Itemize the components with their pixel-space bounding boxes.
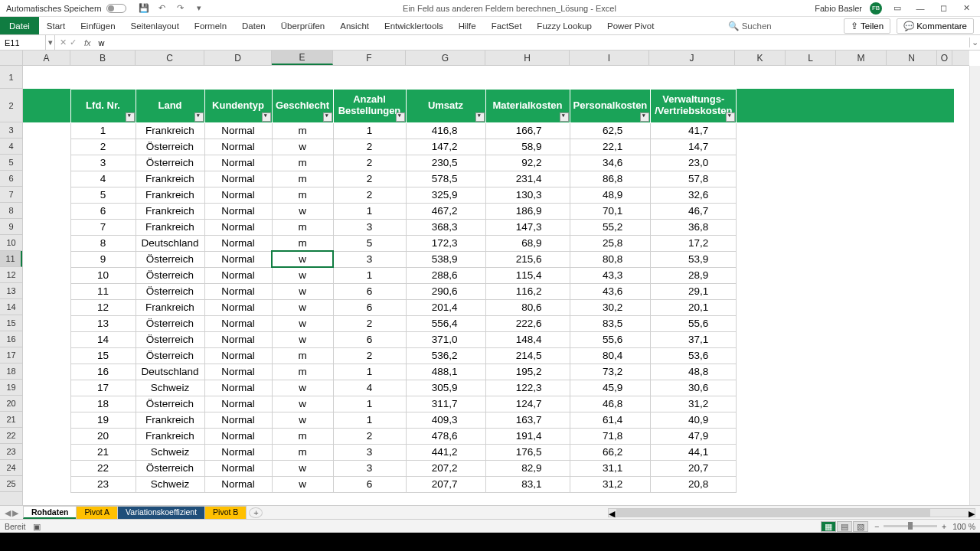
table-cell[interactable]: 305,9 bbox=[406, 380, 485, 396]
table-cell[interactable]: 17 bbox=[70, 380, 136, 396]
table-cell[interactable]: Normal bbox=[204, 412, 272, 428]
comments-button[interactable]: 💬Kommentare bbox=[897, 18, 974, 34]
table-cell[interactable]: w bbox=[272, 267, 333, 283]
table-cell[interactable]: 92,2 bbox=[485, 155, 570, 171]
row-header-16[interactable]: 16 bbox=[0, 331, 22, 347]
table-cell[interactable]: 5 bbox=[70, 187, 136, 203]
filter-dropdown-icon[interactable] bbox=[560, 112, 569, 122]
view-normal-icon[interactable]: ▦ bbox=[821, 521, 836, 532]
table-cell[interactable]: 47,9 bbox=[651, 428, 737, 444]
table-cell[interactable]: 46,8 bbox=[570, 396, 651, 412]
table-cell[interactable]: 28,9 bbox=[651, 267, 737, 283]
table-cell[interactable]: 1 bbox=[333, 267, 406, 283]
table-cell[interactable]: Österreich bbox=[136, 331, 204, 347]
table-cell[interactable]: 124,7 bbox=[485, 396, 570, 412]
table-cell[interactable]: 290,6 bbox=[406, 283, 485, 299]
sheet-nav-prev-icon[interactable]: ◀ bbox=[5, 508, 11, 517]
select-all-corner[interactable] bbox=[0, 51, 23, 65]
table-cell[interactable]: 40,9 bbox=[651, 412, 737, 428]
table-cell[interactable]: 2 bbox=[333, 171, 406, 187]
ribbon-tab-formeln[interactable]: Formeln bbox=[187, 17, 234, 34]
table-cell[interactable]: Schweiz bbox=[136, 444, 204, 460]
table-cell[interactable]: 201,4 bbox=[406, 299, 485, 315]
row-header-9[interactable]: 9 bbox=[0, 219, 22, 235]
zoom-level[interactable]: 100 % bbox=[952, 522, 975, 531]
filter-dropdown-icon[interactable] bbox=[640, 112, 649, 122]
fx-icon[interactable]: fx bbox=[81, 38, 94, 47]
table-cell[interactable]: Normal bbox=[204, 219, 272, 235]
table-cell[interactable]: 53,9 bbox=[651, 251, 737, 267]
table-cell[interactable]: 14,7 bbox=[651, 139, 737, 155]
table-cell[interactable]: 55,2 bbox=[570, 219, 651, 235]
table-cell[interactable]: m bbox=[272, 155, 333, 171]
row-header-24[interactable]: 24 bbox=[0, 460, 22, 476]
table-cell[interactable]: 3 bbox=[333, 251, 406, 267]
table-cell[interactable]: Schweiz bbox=[136, 380, 204, 396]
row-header-7[interactable]: 7 bbox=[0, 187, 22, 203]
table-cell[interactable]: 17,2 bbox=[651, 235, 737, 251]
row-header-20[interactable]: 20 bbox=[0, 396, 22, 412]
save-icon[interactable]: 💾 bbox=[139, 3, 149, 14]
table-cell[interactable]: Österreich bbox=[136, 347, 204, 364]
table-cell[interactable]: Frankreich bbox=[136, 428, 204, 444]
row-header-2[interactable]: 2 bbox=[0, 89, 22, 122]
table-cell[interactable]: 1 bbox=[333, 203, 406, 219]
table-cell[interactable]: 18 bbox=[70, 396, 136, 412]
ribbon-display-icon[interactable]: ▭ bbox=[890, 1, 905, 16]
table-cell[interactable]: m bbox=[272, 171, 333, 187]
table-cell[interactable]: 1 bbox=[333, 122, 406, 139]
zoom-in-icon[interactable]: + bbox=[942, 522, 946, 531]
row-header-19[interactable]: 19 bbox=[0, 380, 22, 396]
table-cell[interactable]: 82,9 bbox=[485, 460, 570, 476]
table-cell[interactable]: m bbox=[272, 428, 333, 444]
table-cell[interactable]: 7 bbox=[70, 219, 136, 235]
user-name[interactable]: Fabio Basler bbox=[815, 4, 862, 13]
table-cell[interactable]: 31,2 bbox=[570, 476, 651, 492]
table-cell[interactable]: 11 bbox=[70, 283, 136, 299]
table-cell[interactable]: Frankreich bbox=[136, 412, 204, 428]
table-header[interactable]: Personalkosten bbox=[570, 89, 651, 122]
table-cell[interactable]: 48,9 bbox=[570, 187, 651, 203]
minimize-icon[interactable]: — bbox=[913, 1, 928, 16]
ribbon-tab-hilfe[interactable]: Hilfe bbox=[451, 17, 484, 34]
table-cell[interactable]: Frankreich bbox=[136, 219, 204, 235]
row-header-4[interactable]: 4 bbox=[0, 139, 22, 155]
hscroll-thumb[interactable] bbox=[616, 509, 930, 517]
table-cell[interactable]: Normal bbox=[204, 139, 272, 155]
sheet-tab-pivot-b[interactable]: Pivot B bbox=[204, 506, 247, 519]
table-cell[interactable]: Normal bbox=[204, 460, 272, 476]
table-cell[interactable]: 1 bbox=[70, 122, 136, 139]
zoom-out-icon[interactable]: − bbox=[874, 522, 879, 531]
ribbon-tab-start[interactable]: Start bbox=[39, 17, 73, 34]
row-header-23[interactable]: 23 bbox=[0, 444, 22, 460]
sheet-tab-pivot-a[interactable]: Pivot A bbox=[76, 506, 118, 519]
ribbon-tab-fuzzy lookup[interactable]: Fuzzy Lookup bbox=[529, 17, 599, 34]
table-cell[interactable]: Normal bbox=[204, 347, 272, 364]
row-header-12[interactable]: 12 bbox=[0, 267, 22, 283]
table-cell[interactable]: 66,2 bbox=[570, 444, 651, 460]
table-cell[interactable]: 6 bbox=[333, 331, 406, 347]
table-cell[interactable]: Deutschland bbox=[136, 235, 204, 251]
table-cell[interactable]: Normal bbox=[204, 251, 272, 267]
table-cell[interactable]: Österreich bbox=[136, 155, 204, 171]
table-cell[interactable]: Normal bbox=[204, 444, 272, 460]
table-cell[interactable]: 20,7 bbox=[651, 460, 737, 476]
filter-dropdown-icon[interactable] bbox=[262, 112, 271, 122]
table-cell[interactable]: 325,9 bbox=[406, 187, 485, 203]
row-header-6[interactable]: 6 bbox=[0, 171, 22, 187]
column-header-N[interactable]: N bbox=[887, 51, 937, 65]
macro-record-icon[interactable]: ▣ bbox=[33, 522, 41, 531]
ribbon-tab-seitenlayout[interactable]: Seitenlayout bbox=[123, 17, 187, 34]
table-cell[interactable]: 8 bbox=[70, 235, 136, 251]
table-header[interactable]: Geschlecht bbox=[272, 89, 333, 122]
row-header-21[interactable]: 21 bbox=[0, 412, 22, 428]
table-cell[interactable]: 147,2 bbox=[406, 139, 485, 155]
table-cell[interactable]: 22,1 bbox=[570, 139, 651, 155]
table-cell[interactable]: Normal bbox=[204, 364, 272, 380]
table-cell[interactable]: 556,4 bbox=[406, 315, 485, 331]
ribbon-tab-factset[interactable]: FactSet bbox=[484, 17, 530, 34]
table-cell[interactable]: 53,6 bbox=[651, 347, 737, 364]
table-cell[interactable]: Normal bbox=[204, 203, 272, 219]
table-cell[interactable]: 10 bbox=[70, 267, 136, 283]
table-cell[interactable]: 207,2 bbox=[406, 460, 485, 476]
